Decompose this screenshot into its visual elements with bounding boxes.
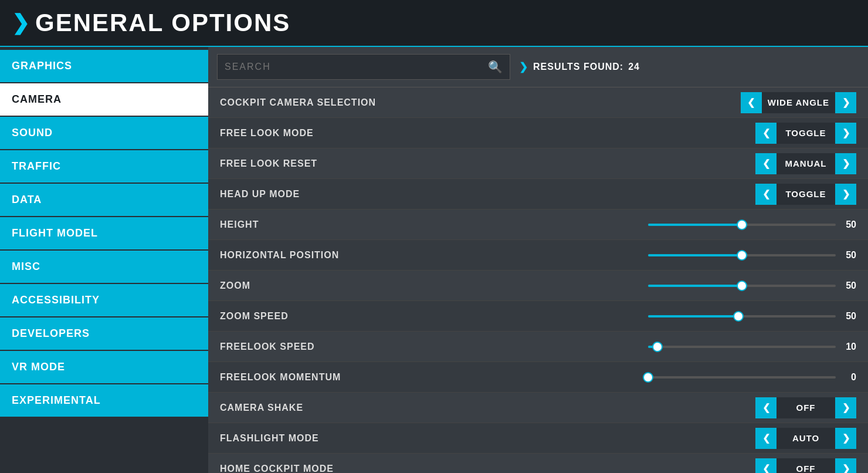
slider-track[interactable]: [648, 376, 836, 379]
slider-thumb[interactable]: [643, 372, 653, 383]
decrement-button[interactable]: ❮: [755, 123, 777, 144]
slider-value: 10: [836, 342, 856, 352]
increment-button[interactable]: ❯: [835, 458, 856, 474]
setting-label: HORIZONTAL POSITION: [220, 250, 648, 261]
search-input-wrap: 🔍: [217, 54, 510, 80]
table-row: HORIZONTAL POSITION50: [208, 240, 868, 271]
decrement-button[interactable]: ❮: [755, 184, 777, 205]
slider-track[interactable]: [648, 224, 836, 226]
setting-value: TOGGLE: [777, 184, 835, 205]
results-label: RESULTS FOUND:: [533, 62, 623, 72]
settings-list: COCKPIT CAMERA SELECTION❮WIDE ANGLE❯FREE…: [208, 87, 868, 473]
increment-button[interactable]: ❯: [835, 92, 856, 113]
table-row: HEAD UP MODE❮TOGGLE❯: [208, 179, 868, 210]
slider-value: 50: [836, 281, 856, 291]
setting-label: HEAD UP MODE: [220, 189, 755, 200]
search-icon: 🔍: [488, 60, 503, 74]
sidebar-item-accessibility[interactable]: ACCESSIBILITY: [0, 284, 208, 316]
content-area: 🔍 ❯ RESULTS FOUND: 24 COCKPIT CAMERA SEL…: [208, 47, 868, 473]
sidebar-item-misc[interactable]: MISC: [0, 251, 208, 283]
sidebar-item-sound[interactable]: SOUND: [0, 117, 208, 149]
setting-label: HOME COCKPIT MODE: [220, 464, 755, 474]
table-row: HOME COCKPIT MODE❮OFF❯: [208, 454, 868, 473]
header-icon: ❯: [12, 11, 29, 35]
slider-fill: [648, 254, 742, 256]
setting-label: FREE LOOK MODE: [220, 128, 755, 138]
setting-value: MANUAL: [777, 153, 835, 174]
setting-control: ❮TOGGLE❯: [755, 184, 856, 205]
setting-label: FREELOOK SPEED: [220, 342, 648, 352]
increment-button[interactable]: ❯: [835, 153, 856, 174]
setting-control: ❮AUTO❯: [755, 428, 856, 449]
sidebar-item-data[interactable]: DATA: [0, 184, 208, 216]
slider-track[interactable]: [648, 346, 836, 348]
slider-value: 50: [836, 250, 856, 261]
slider-value: 50: [836, 219, 856, 230]
slider-thumb[interactable]: [652, 342, 663, 352]
sidebar-item-developers[interactable]: DEVELOPERS: [0, 317, 208, 350]
search-input[interactable]: [225, 62, 488, 72]
decrement-button[interactable]: ❮: [755, 428, 777, 449]
setting-label: CAMERA SHAKE: [220, 403, 755, 413]
slider-wrap: [648, 285, 836, 287]
increment-button[interactable]: ❯: [835, 397, 856, 418]
slider-value: 0: [836, 372, 856, 383]
slider-thumb[interactable]: [737, 250, 747, 261]
slider-value: 50: [836, 311, 856, 322]
sidebar-item-experimental[interactable]: EXPERIMENTAL: [0, 384, 208, 417]
table-row: FLASHLIGHT MODE❮AUTO❯: [208, 423, 868, 454]
setting-value: TOGGLE: [777, 123, 835, 144]
setting-value: OFF: [777, 458, 835, 474]
table-row: ZOOM50: [208, 271, 868, 301]
table-row: COCKPIT CAMERA SELECTION❮WIDE ANGLE❯: [208, 87, 868, 118]
setting-label: FREELOOK MOMENTUM: [220, 372, 648, 383]
main-layout: GRAPHICSCAMERASOUNDTRAFFICDATAFLIGHT MOD…: [0, 47, 868, 473]
slider-thumb[interactable]: [737, 219, 747, 230]
setting-control: ❮TOGGLE❯: [755, 123, 856, 144]
sidebar-item-camera[interactable]: CAMERA: [0, 83, 208, 116]
results-found: ❯ RESULTS FOUND: 24: [519, 60, 640, 73]
setting-value: WIDE ANGLE: [762, 92, 835, 113]
slider-thumb[interactable]: [733, 311, 744, 322]
table-row: FREELOOK MOMENTUM0: [208, 362, 868, 393]
slider-track[interactable]: [648, 285, 836, 287]
setting-label: HEIGHT: [220, 219, 648, 230]
setting-control: ❮OFF❯: [755, 397, 856, 418]
search-bar: 🔍 ❯ RESULTS FOUND: 24: [208, 47, 868, 87]
setting-label: ZOOM: [220, 281, 648, 291]
sidebar: GRAPHICSCAMERASOUNDTRAFFICDATAFLIGHT MOD…: [0, 47, 208, 473]
slider-track[interactable]: [648, 315, 836, 317]
table-row: FREE LOOK MODE❮TOGGLE❯: [208, 118, 868, 148]
app-container: ❯ GENERAL OPTIONS GRAPHICSCAMERASOUNDTRA…: [0, 0, 868, 473]
setting-value: AUTO: [777, 428, 835, 449]
increment-button[interactable]: ❯: [835, 428, 856, 449]
setting-label: FLASHLIGHT MODE: [220, 433, 755, 444]
slider-wrap: [648, 376, 836, 379]
decrement-button[interactable]: ❮: [755, 153, 777, 174]
sidebar-item-traffic[interactable]: TRAFFIC: [0, 150, 208, 183]
slider-thumb[interactable]: [737, 281, 747, 291]
increment-button[interactable]: ❯: [835, 123, 856, 144]
sidebar-item-graphics[interactable]: GRAPHICS: [0, 50, 208, 82]
slider-track[interactable]: [648, 254, 836, 256]
table-row: ZOOM SPEED50: [208, 301, 868, 332]
setting-label: COCKPIT CAMERA SELECTION: [220, 97, 741, 108]
increment-button[interactable]: ❯: [835, 184, 856, 205]
decrement-button[interactable]: ❮: [755, 397, 777, 418]
slider-wrap: [648, 254, 836, 256]
decrement-button[interactable]: ❮: [741, 92, 762, 113]
setting-control: ❮OFF❯: [755, 458, 856, 474]
table-row: CAMERA SHAKE❮OFF❯: [208, 393, 868, 423]
setting-label: ZOOM SPEED: [220, 311, 648, 322]
sidebar-item-vr-mode[interactable]: VR MODE: [0, 351, 208, 383]
header: ❯ GENERAL OPTIONS: [0, 0, 868, 47]
slider-fill: [648, 224, 742, 226]
slider-fill: [648, 285, 742, 287]
decrement-button[interactable]: ❮: [755, 458, 777, 474]
slider-wrap: [648, 224, 836, 226]
setting-label: FREE LOOK RESET: [220, 158, 755, 169]
results-arrow-icon: ❯: [519, 60, 528, 73]
setting-control: ❮WIDE ANGLE❯: [741, 92, 856, 113]
slider-wrap: [648, 346, 836, 348]
sidebar-item-flight-model[interactable]: FLIGHT MODEL: [0, 217, 208, 249]
